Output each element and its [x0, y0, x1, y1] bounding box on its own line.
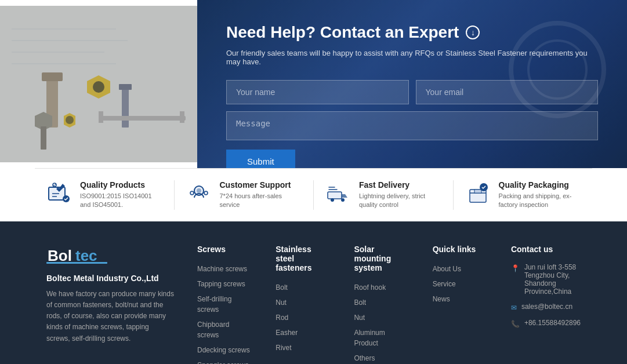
footer-logo: Bol tec [46, 245, 174, 265]
quality-packaging-icon [465, 180, 491, 206]
footer-col-stainless: Stainless steel fasteners Bolt Nut Rod E… [276, 245, 331, 364]
feature-quality-packaging-desc: Packing and shipping, ex-factory inspect… [499, 192, 581, 210]
svg-rect-14 [180, 111, 184, 123]
stainless-link-nut[interactable]: Nut [276, 299, 287, 307]
feature-fast-delivery-desc: Lightning delivery, strict quality contr… [359, 192, 441, 210]
svg-point-16 [66, 116, 74, 124]
solar-link-aluminum[interactable]: Aluminum Product [354, 329, 385, 347]
contact-title: Need Help? Contact an Expert ↓ [226, 23, 598, 42]
list-item: Rod [276, 312, 331, 322]
location-icon: 📍 [511, 264, 520, 272]
customer-support-icon [186, 180, 212, 206]
footer-company-name: Boltec Metal Industry Co.,Ltd [46, 274, 174, 283]
form-name-email-row [226, 80, 598, 104]
svg-rect-36 [46, 262, 107, 264]
svg-rect-28 [328, 192, 342, 199]
footer-phone: 📞 +86.15588492896 [511, 319, 581, 328]
arrow-down-icon: ↓ [466, 26, 480, 39]
list-item: About Us [433, 263, 488, 274]
footer-brand: Bol tec Boltec Metal Industry Co.,Ltd We… [46, 245, 174, 364]
footer-top: Bol tec Boltec Metal Industry Co.,Ltd We… [46, 245, 581, 364]
list-item: Service [433, 278, 488, 289]
feature-fast-delivery: Fast Delivery Lightning delivery, strict… [314, 180, 454, 210]
quality-icon-svg [48, 181, 71, 205]
footer-contact-info: 📍 Jun rui loft 3-558 Tengzhou City, Shan… [511, 263, 581, 328]
footer-col-solar: Solar mounting system Roof hook Bolt Nut… [354, 245, 409, 364]
feature-quality-packaging-title: Quality Packaging [499, 180, 581, 190]
svg-rect-32 [474, 190, 481, 193]
feature-customer-support-title: Customer Support [220, 180, 302, 190]
feature-quality-products-desc: ISO9001:2015 ISO14001 and ISO45001. [80, 192, 162, 210]
hero-section: Need Help? Contact an Expert ↓ Our frien… [0, 0, 627, 168]
screws-illustration [0, 6, 197, 162]
contact-subtitle: Our friendly sales teams will be happy t… [226, 49, 598, 66]
footer: Bol tec Boltec Metal Industry Co.,Ltd We… [0, 221, 627, 364]
quicklinks-aboutus[interactable]: About Us [433, 265, 461, 273]
email-input[interactable] [416, 80, 599, 104]
list-item: Nut [354, 312, 409, 322]
footer-col-quicklinks: Quick links About Us Service News [433, 245, 488, 364]
support-icon-svg [187, 181, 211, 205]
solar-link-bolt[interactable]: Bolt [354, 299, 366, 307]
footer-stainless-list: Bolt Nut Rod Easher Rivet [276, 282, 331, 352]
footer-contact-heading: Contact us [511, 245, 581, 254]
features-bar: Quality Products ISO9001:2015 ISO14001 a… [35, 168, 592, 221]
quicklinks-news[interactable]: News [433, 295, 450, 303]
list-item: Rivet [276, 342, 331, 352]
list-item: Tapping screws [197, 278, 252, 289]
quality-products-icon [46, 180, 72, 206]
footer-stainless-heading: Stainless steel fasteners [276, 245, 331, 272]
stainless-link-bolt[interactable]: Bolt [276, 283, 288, 292]
footer-address: 📍 Jun rui loft 3-558 Tengzhou City, Shan… [511, 263, 581, 296]
screws-link-machine[interactable]: Machine screws [197, 265, 247, 273]
submit-button[interactable]: Submit [226, 150, 295, 168]
packaging-icon-svg [466, 181, 490, 205]
name-input[interactable] [226, 80, 409, 104]
svg-point-9 [93, 81, 104, 93]
screws-image [0, 6, 197, 162]
stainless-link-easher[interactable]: Easher [276, 329, 298, 337]
svg-point-30 [341, 198, 345, 202]
screws-link-tapping[interactable]: Tapping screws [197, 280, 245, 288]
footer-email-text: sales@boltec.cn [521, 303, 572, 311]
feature-customer-support: Customer Support 7*24 hours after-sales … [175, 180, 314, 210]
solar-link-roofhook[interactable]: Roof hook [354, 283, 386, 292]
list-item: Nut [276, 297, 331, 307]
hero-image [0, 6, 197, 162]
footer-company-desc: We have factory can produce many kinds o… [46, 289, 174, 344]
list-item: Easher [276, 327, 331, 337]
footer-solar-list: Roof hook Bolt Nut Aluminum Product Othe… [354, 282, 409, 363]
stainless-link-rod[interactable]: Rod [276, 314, 288, 322]
svg-point-25 [197, 188, 201, 193]
list-item: Others [354, 352, 409, 363]
svg-point-29 [331, 198, 334, 202]
svg-rect-11 [119, 84, 132, 90]
svg-point-27 [204, 191, 208, 195]
solar-link-nut[interactable]: Nut [354, 314, 365, 322]
screws-link-spengler[interactable]: Spengler screws [197, 361, 249, 364]
stainless-link-rivet[interactable]: Rivet [276, 344, 291, 352]
feature-quality-products: Quality Products ISO9001:2015 ISO14001 a… [35, 180, 175, 210]
quicklinks-service[interactable]: Service [433, 280, 456, 288]
footer-screws-list: Machine screws Tapping screws Self-drill… [197, 263, 252, 364]
feature-quality-products-text: Quality Products ISO9001:2015 ISO14001 a… [80, 180, 162, 210]
footer-solar-heading: Solar mounting system [354, 245, 409, 272]
list-item: Roof hook [354, 282, 409, 292]
screws-link-chipboard[interactable]: Chipboard screws [197, 321, 229, 339]
fast-delivery-icon [325, 180, 351, 206]
footer-quicklinks-heading: Quick links [433, 245, 488, 254]
screws-link-self-drilling[interactable]: Self-drilling screws [197, 295, 231, 314]
feature-quality-products-title: Quality Products [80, 180, 162, 190]
feature-fast-delivery-text: Fast Delivery Lightning delivery, strict… [359, 180, 441, 210]
screws-link-ddecking[interactable]: Ddecking screws [197, 346, 250, 354]
footer-email: ✉ sales@boltec.cn [511, 303, 581, 312]
solar-link-others[interactable]: Others [354, 354, 375, 362]
contact-panel: Need Help? Contact an Expert ↓ Our frien… [197, 0, 627, 168]
svg-rect-13 [99, 111, 103, 123]
svg-point-26 [190, 191, 194, 195]
svg-rect-7 [42, 72, 63, 81]
message-input[interactable] [226, 111, 598, 140]
list-item: Aluminum Product [354, 327, 409, 348]
footer-screws-heading: Screws [197, 245, 252, 254]
email-icon: ✉ [511, 304, 517, 312]
